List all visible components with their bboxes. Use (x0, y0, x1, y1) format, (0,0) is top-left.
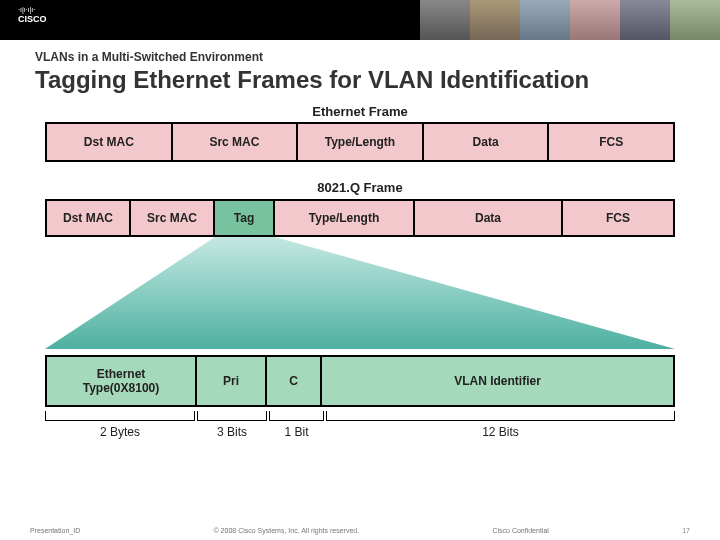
q-fcs: FCS (563, 201, 673, 235)
zoom-trapezoid (45, 237, 675, 349)
size-brackets: 2 Bytes 3 Bits 1 Bit 12 Bits (45, 411, 675, 451)
label-12bits: 12 Bits (326, 425, 675, 439)
bracket-1bit (269, 411, 324, 421)
footer-copyright: © 2008 Cisco Systems, Inc. All rights re… (214, 527, 360, 534)
diagram-area: Ethernet Frame Dst MAC Src MAC Type/Leng… (45, 104, 675, 451)
q-tag: Tag (215, 201, 275, 235)
eth-src-mac: Src MAC (173, 124, 299, 160)
q-type-length: Type/Length (275, 201, 415, 235)
q-data: Data (415, 201, 563, 235)
footer-presentation-id: Presentation_ID (30, 527, 80, 534)
eth-dst-mac: Dst MAC (47, 124, 173, 160)
tag-type-line1: Ethernet (97, 367, 146, 381)
tag-vlan-id: VLAN Identifier (322, 357, 673, 405)
header-bar: ·ı|ı·ı|ı· CISCO (0, 0, 720, 40)
tag-zoom (45, 237, 675, 355)
bracket-3bits (197, 411, 267, 421)
ethernet-frame-label: Ethernet Frame (45, 104, 675, 119)
tag-ether-type: Ethernet Type(0X8100) (47, 357, 197, 405)
label-2bytes: 2 Bytes (45, 425, 195, 439)
ethernet-frame: Dst MAC Src MAC Type/Length Data FCS (45, 122, 675, 162)
q-dst-mac: Dst MAC (47, 201, 131, 235)
q-src-mac: Src MAC (131, 201, 215, 235)
footer-confidential: Cisco Confidential (492, 527, 548, 534)
tag-cfi: C (267, 357, 322, 405)
dot1q-frame: Dst MAC Src MAC Tag Type/Length Data FCS (45, 199, 675, 237)
title-block: VLANs in a Multi-Switched Environment Ta… (0, 40, 720, 96)
label-3bits: 3 Bits (197, 425, 267, 439)
tag-detail-frame: Ethernet Type(0X8100) Pri C VLAN Identif… (45, 355, 675, 407)
dot1q-frame-label: 8021.Q Frame (45, 180, 675, 195)
footer-page-number: 17 (682, 527, 690, 534)
eth-type-length: Type/Length (298, 124, 424, 160)
tag-priority: Pri (197, 357, 267, 405)
brand-name: CISCO (18, 14, 47, 24)
bracket-2bytes (45, 411, 195, 421)
cisco-logo: ·ı|ı·ı|ı· CISCO (18, 6, 47, 24)
eth-fcs: FCS (549, 124, 673, 160)
pre-title: VLANs in a Multi-Switched Environment (35, 50, 685, 64)
tag-type-line2: Type(0X8100) (83, 381, 159, 395)
main-title: Tagging Ethernet Frames for VLAN Identif… (35, 66, 685, 94)
eth-data: Data (424, 124, 550, 160)
header-photo-strip (420, 0, 720, 40)
bracket-12bits (326, 411, 675, 421)
footer: Presentation_ID © 2008 Cisco Systems, In… (0, 527, 720, 534)
label-1bit: 1 Bit (269, 425, 324, 439)
